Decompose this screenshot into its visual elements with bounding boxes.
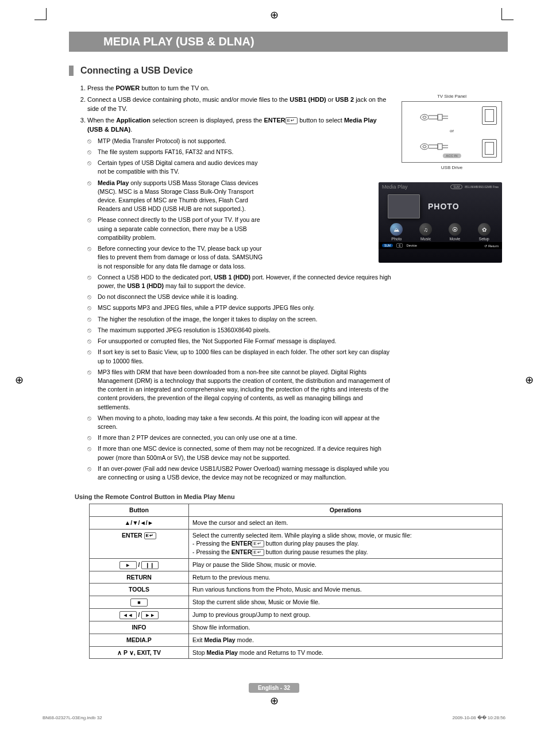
enter-icon: E — [285, 117, 298, 124]
operation-cell: Stop Media Play mode and Returns to TV m… — [189, 646, 503, 659]
note-item: If more than one MSC device is connected… — [87, 444, 393, 462]
note-item: For unsupported or corrupted files, the … — [87, 337, 393, 346]
note-item: The higher the resolution of the image, … — [87, 315, 393, 324]
page-number-box: English - 32 — [249, 683, 299, 693]
mp-category-movie: ⦿Movie — [442, 223, 468, 241]
note-item: If an over-power (Fail add new device US… — [87, 465, 393, 482]
usb2-slot-icon — [482, 139, 497, 158]
button-cell: ∧ P ∨, EXIT, TV — [90, 646, 189, 659]
music-icon: ♫ — [419, 223, 432, 236]
mp-category-setup: ✿Setup — [472, 223, 497, 241]
key-icon: ■ — [130, 598, 148, 607]
photo-category-label: PHOTO — [428, 202, 460, 211]
note-item: Please connect directly to the USB port … — [87, 216, 393, 242]
operation-cell: Move the cursor and select an item. — [189, 517, 503, 529]
usb1-slot-icon: USB 1 (HDD) — [482, 106, 497, 125]
page-banner: MEDIA PLAY (USB & DLNA) — [69, 32, 508, 52]
step-1: Press the POWER button to turn the TV on… — [87, 84, 508, 93]
footer-e-button: E — [396, 243, 403, 248]
registration-mark-right — [523, 374, 535, 386]
operation-cell: Return to the previous menu. — [189, 571, 503, 584]
table-row: ▲/▼/◄/►Move the cursor and select an ite… — [90, 517, 503, 529]
media-play-screenshot: Media Play SUM 851.86MB/993.02MB Free PH… — [379, 182, 502, 263]
operation-cell: Select the currently selected item. Whil… — [189, 529, 503, 558]
table-row: ► / ❙❙Play or pause the Slide Show, musi… — [90, 558, 503, 571]
button-cell: ENTER E — [90, 529, 189, 558]
button-cell: ■ — [90, 596, 189, 609]
table-row: ■Stop the current slide show, Music or M… — [90, 596, 503, 609]
remote-subheading: Using the Remote Control Button in Media… — [75, 493, 508, 500]
table-row: RETURNReturn to the previous menu. — [90, 571, 503, 584]
button-cell: INFO — [90, 621, 189, 634]
key-icon: ► — [119, 561, 137, 569]
svg-point-6 — [423, 145, 426, 148]
svg-rect-7 — [438, 144, 442, 149]
operation-cell: Run various functions from the Photo, Mu… — [189, 584, 503, 596]
button-cell: TOOLS — [90, 584, 189, 596]
table-row: ENTER ESelect the currently selected ite… — [90, 529, 503, 558]
operation-cell: Jump to previous group/Jump to next grou… — [189, 609, 503, 621]
note-item: If sort key is set to Basic View, up to … — [87, 348, 393, 365]
svg-point-0 — [420, 114, 429, 120]
table-row: ◄◄ / ►►Jump to previous group/Jump to ne… — [90, 609, 503, 621]
operation-cell: Stop the current slide show, Music or Mo… — [189, 596, 503, 609]
note-item: If more than 2 PTP devices are connected… — [87, 433, 393, 442]
th-button: Button — [90, 504, 189, 517]
page-footer: English - 32 — [40, 682, 508, 693]
footer-device-label: Device — [406, 244, 416, 247]
operation-cell: Play or pause the Slide Show, music or m… — [189, 558, 503, 571]
print-file-name: BN68-02327L-03Eng.indb 32 — [43, 715, 102, 720]
crop-mark — [501, 8, 514, 20]
table-row: MEDIA.PExit Media Play mode. — [90, 634, 503, 646]
movie-icon: ⦿ — [449, 223, 461, 236]
svg-rect-2 — [438, 114, 442, 120]
note-item: MSC supports MP3 and JPEG files, while a… — [87, 304, 393, 312]
button-cell: ▲/▼/◄/► — [90, 517, 189, 529]
print-timestamp: 2009-10-08 �� 10:28:56 — [452, 715, 505, 720]
page-content: MEDIA PLAY (USB & DLNA) Connecting a USB… — [40, 32, 508, 704]
th-operations: Operations — [189, 504, 503, 517]
storage-free-label: 851.86MB/993.02MB Free — [465, 185, 499, 189]
key-icon: ◄◄ — [119, 611, 137, 619]
setup-icon: ✿ — [478, 223, 491, 236]
notes-list-short: MTP (Media Transfer Protocol) is not sup… — [87, 137, 393, 271]
button-cell: MEDIA.P — [90, 634, 189, 646]
note-item: Connect a USB HDD to the dedicated port,… — [87, 273, 393, 290]
remote-buttons-table: Button Operations ▲/▼/◄/►Move the cursor… — [89, 504, 503, 659]
note-item: MP3 files with DRM that have been downlo… — [87, 368, 393, 412]
operation-cell: Show file information. — [189, 621, 503, 634]
table-row: ∧ P ∨, EXIT, TVStop Media Play mode and … — [90, 646, 503, 659]
table-row: INFOShow file information. — [90, 621, 503, 634]
acc-in-label: ACC IN — [442, 153, 461, 158]
key-icon: ►► — [141, 611, 159, 619]
tv-side-panel-label: TV Side Panel — [402, 94, 502, 99]
tv-side-panel-figure: TV Side Panel USB 1 (HDD) or — [402, 94, 502, 170]
operation-cell: Exit Media Play mode. — [189, 634, 503, 646]
note-item: Before connecting your device to the TV,… — [87, 244, 393, 271]
print-metadata-line: BN68-02327L-03Eng.indb 32 2009-10-08 �� … — [40, 715, 508, 720]
section-title: Connecting a USB Device — [80, 66, 193, 76]
mp-icon-label: Music — [413, 237, 438, 241]
svg-point-5 — [420, 144, 429, 149]
footer-return-label: ↺ Return — [484, 244, 499, 248]
usb-plug-bottom-icon — [419, 143, 448, 151]
note-item: Media Play only supports USB Mass Storag… — [87, 179, 393, 214]
enter-icon: E — [252, 549, 264, 556]
svg-point-1 — [423, 116, 426, 118]
note-item: When moving to a photo, loading may take… — [87, 414, 393, 431]
sum-badge: SUM — [450, 185, 462, 189]
mp-icon-label: Movie — [442, 237, 468, 241]
notes-list-long: Connect a USB HDD to the dedicated port,… — [87, 273, 393, 482]
note-item: Certain types of USB Digital camera and … — [87, 159, 393, 176]
or-label: or — [450, 128, 454, 133]
enter-icon: E — [144, 532, 156, 539]
crop-mark — [34, 8, 47, 20]
table-row: TOOLSRun various functions from the Phot… — [90, 584, 503, 596]
mp-icon-label: Setup — [472, 237, 497, 241]
heading-bar-icon — [69, 66, 74, 76]
key-icon: ❙❙ — [141, 561, 159, 569]
note-item: The maximum supported JPEG resolution is… — [87, 326, 393, 335]
usb-plug-top-icon — [419, 113, 448, 121]
mp-category-music: ♫Music — [413, 223, 438, 241]
button-cell: ◄◄ / ►► — [90, 609, 189, 621]
